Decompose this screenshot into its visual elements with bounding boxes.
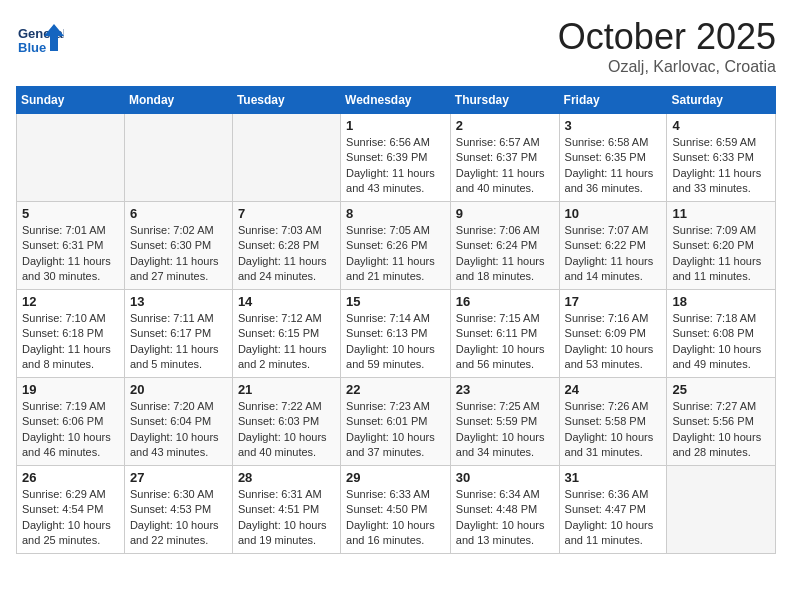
calendar-cell: 5Sunrise: 7:01 AM Sunset: 6:31 PM Daylig… (17, 202, 125, 290)
day-number: 18 (672, 294, 770, 309)
day-info: Sunrise: 7:06 AM Sunset: 6:24 PM Dayligh… (456, 223, 554, 285)
day-info: Sunrise: 6:34 AM Sunset: 4:48 PM Dayligh… (456, 487, 554, 549)
day-number: 27 (130, 470, 227, 485)
calendar-cell (232, 114, 340, 202)
calendar-cell: 2Sunrise: 6:57 AM Sunset: 6:37 PM Daylig… (450, 114, 559, 202)
calendar-cell: 12Sunrise: 7:10 AM Sunset: 6:18 PM Dayli… (17, 290, 125, 378)
calendar-cell: 6Sunrise: 7:02 AM Sunset: 6:30 PM Daylig… (124, 202, 232, 290)
day-info: Sunrise: 7:23 AM Sunset: 6:01 PM Dayligh… (346, 399, 445, 461)
day-number: 21 (238, 382, 335, 397)
day-info: Sunrise: 7:15 AM Sunset: 6:11 PM Dayligh… (456, 311, 554, 373)
day-number: 8 (346, 206, 445, 221)
day-number: 20 (130, 382, 227, 397)
day-info: Sunrise: 7:05 AM Sunset: 6:26 PM Dayligh… (346, 223, 445, 285)
day-number: 16 (456, 294, 554, 309)
day-info: Sunrise: 7:14 AM Sunset: 6:13 PM Dayligh… (346, 311, 445, 373)
day-info: Sunrise: 6:58 AM Sunset: 6:35 PM Dayligh… (565, 135, 662, 197)
calendar-cell: 18Sunrise: 7:18 AM Sunset: 6:08 PM Dayli… (667, 290, 776, 378)
calendar-cell: 16Sunrise: 7:15 AM Sunset: 6:11 PM Dayli… (450, 290, 559, 378)
calendar-cell: 23Sunrise: 7:25 AM Sunset: 5:59 PM Dayli… (450, 378, 559, 466)
day-info: Sunrise: 6:56 AM Sunset: 6:39 PM Dayligh… (346, 135, 445, 197)
day-number: 22 (346, 382, 445, 397)
day-number: 12 (22, 294, 119, 309)
svg-text:Blue: Blue (18, 40, 46, 55)
day-number: 30 (456, 470, 554, 485)
calendar-cell: 29Sunrise: 6:33 AM Sunset: 4:50 PM Dayli… (341, 466, 451, 554)
day-info: Sunrise: 7:27 AM Sunset: 5:56 PM Dayligh… (672, 399, 770, 461)
day-info: Sunrise: 7:12 AM Sunset: 6:15 PM Dayligh… (238, 311, 335, 373)
day-number: 15 (346, 294, 445, 309)
day-info: Sunrise: 7:10 AM Sunset: 6:18 PM Dayligh… (22, 311, 119, 373)
day-info: Sunrise: 6:36 AM Sunset: 4:47 PM Dayligh… (565, 487, 662, 549)
title-area: October 2025 Ozalj, Karlovac, Croatia (558, 16, 776, 76)
day-number: 19 (22, 382, 119, 397)
weekday-header-friday: Friday (559, 87, 667, 114)
day-number: 26 (22, 470, 119, 485)
day-number: 3 (565, 118, 662, 133)
calendar-cell: 13Sunrise: 7:11 AM Sunset: 6:17 PM Dayli… (124, 290, 232, 378)
calendar-cell: 20Sunrise: 7:20 AM Sunset: 6:04 PM Dayli… (124, 378, 232, 466)
day-number: 23 (456, 382, 554, 397)
day-info: Sunrise: 7:09 AM Sunset: 6:20 PM Dayligh… (672, 223, 770, 285)
day-info: Sunrise: 6:33 AM Sunset: 4:50 PM Dayligh… (346, 487, 445, 549)
day-number: 7 (238, 206, 335, 221)
day-info: Sunrise: 6:31 AM Sunset: 4:51 PM Dayligh… (238, 487, 335, 549)
calendar-cell: 30Sunrise: 6:34 AM Sunset: 4:48 PM Dayli… (450, 466, 559, 554)
calendar-cell: 9Sunrise: 7:06 AM Sunset: 6:24 PM Daylig… (450, 202, 559, 290)
day-number: 29 (346, 470, 445, 485)
day-number: 2 (456, 118, 554, 133)
day-info: Sunrise: 7:19 AM Sunset: 6:06 PM Dayligh… (22, 399, 119, 461)
calendar-body: 1Sunrise: 6:56 AM Sunset: 6:39 PM Daylig… (17, 114, 776, 554)
calendar-table: SundayMondayTuesdayWednesdayThursdayFrid… (16, 86, 776, 554)
week-row-1: 1Sunrise: 6:56 AM Sunset: 6:39 PM Daylig… (17, 114, 776, 202)
weekday-header-monday: Monday (124, 87, 232, 114)
page-header: General Blue October 2025 Ozalj, Karlova… (16, 16, 776, 76)
calendar-cell (667, 466, 776, 554)
day-info: Sunrise: 6:30 AM Sunset: 4:53 PM Dayligh… (130, 487, 227, 549)
day-info: Sunrise: 7:11 AM Sunset: 6:17 PM Dayligh… (130, 311, 227, 373)
day-number: 13 (130, 294, 227, 309)
calendar-cell: 26Sunrise: 6:29 AM Sunset: 4:54 PM Dayli… (17, 466, 125, 554)
day-number: 24 (565, 382, 662, 397)
day-info: Sunrise: 6:29 AM Sunset: 4:54 PM Dayligh… (22, 487, 119, 549)
weekday-header-saturday: Saturday (667, 87, 776, 114)
calendar-cell: 24Sunrise: 7:26 AM Sunset: 5:58 PM Dayli… (559, 378, 667, 466)
calendar-cell: 25Sunrise: 7:27 AM Sunset: 5:56 PM Dayli… (667, 378, 776, 466)
week-row-4: 19Sunrise: 7:19 AM Sunset: 6:06 PM Dayli… (17, 378, 776, 466)
logo-icon: General Blue (16, 16, 64, 64)
day-number: 1 (346, 118, 445, 133)
day-number: 10 (565, 206, 662, 221)
weekday-header-sunday: Sunday (17, 87, 125, 114)
calendar-cell: 3Sunrise: 6:58 AM Sunset: 6:35 PM Daylig… (559, 114, 667, 202)
day-info: Sunrise: 7:07 AM Sunset: 6:22 PM Dayligh… (565, 223, 662, 285)
calendar-cell: 28Sunrise: 6:31 AM Sunset: 4:51 PM Dayli… (232, 466, 340, 554)
calendar-cell (17, 114, 125, 202)
weekday-header-tuesday: Tuesday (232, 87, 340, 114)
day-number: 17 (565, 294, 662, 309)
day-number: 9 (456, 206, 554, 221)
week-row-3: 12Sunrise: 7:10 AM Sunset: 6:18 PM Dayli… (17, 290, 776, 378)
calendar-cell: 19Sunrise: 7:19 AM Sunset: 6:06 PM Dayli… (17, 378, 125, 466)
day-number: 25 (672, 382, 770, 397)
day-info: Sunrise: 7:25 AM Sunset: 5:59 PM Dayligh… (456, 399, 554, 461)
day-number: 6 (130, 206, 227, 221)
calendar-cell: 1Sunrise: 6:56 AM Sunset: 6:39 PM Daylig… (341, 114, 451, 202)
day-info: Sunrise: 7:16 AM Sunset: 6:09 PM Dayligh… (565, 311, 662, 373)
day-number: 5 (22, 206, 119, 221)
day-number: 31 (565, 470, 662, 485)
day-number: 28 (238, 470, 335, 485)
day-number: 4 (672, 118, 770, 133)
day-info: Sunrise: 6:57 AM Sunset: 6:37 PM Dayligh… (456, 135, 554, 197)
day-number: 11 (672, 206, 770, 221)
calendar-cell: 4Sunrise: 6:59 AM Sunset: 6:33 PM Daylig… (667, 114, 776, 202)
week-row-5: 26Sunrise: 6:29 AM Sunset: 4:54 PM Dayli… (17, 466, 776, 554)
calendar-cell: 15Sunrise: 7:14 AM Sunset: 6:13 PM Dayli… (341, 290, 451, 378)
calendar-cell: 7Sunrise: 7:03 AM Sunset: 6:28 PM Daylig… (232, 202, 340, 290)
calendar-cell: 17Sunrise: 7:16 AM Sunset: 6:09 PM Dayli… (559, 290, 667, 378)
location: Ozalj, Karlovac, Croatia (558, 58, 776, 76)
calendar-cell: 8Sunrise: 7:05 AM Sunset: 6:26 PM Daylig… (341, 202, 451, 290)
month-title: October 2025 (558, 16, 776, 58)
week-row-2: 5Sunrise: 7:01 AM Sunset: 6:31 PM Daylig… (17, 202, 776, 290)
day-info: Sunrise: 7:20 AM Sunset: 6:04 PM Dayligh… (130, 399, 227, 461)
calendar-cell: 21Sunrise: 7:22 AM Sunset: 6:03 PM Dayli… (232, 378, 340, 466)
